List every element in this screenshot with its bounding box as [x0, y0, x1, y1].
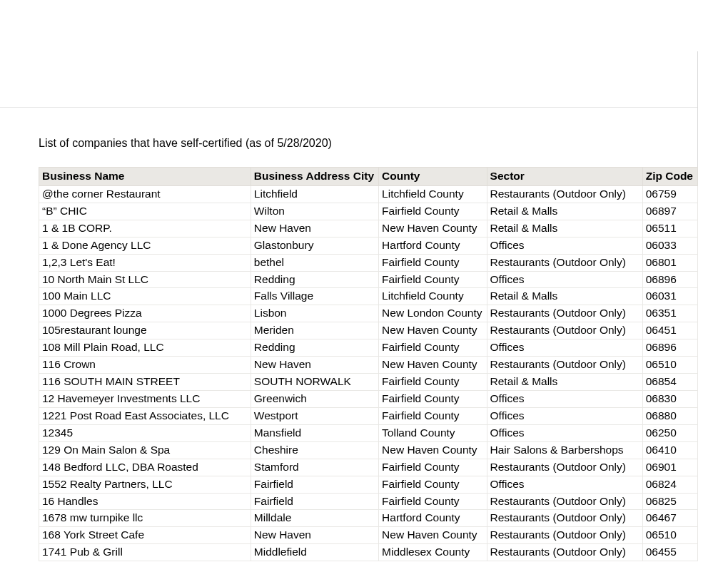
cell-city: Fairfield — [251, 493, 378, 510]
table-row: 108 Mill Plain Road, LLCReddingFairfield… — [39, 339, 698, 357]
cell-sector: Offices — [487, 390, 642, 407]
cell-name: 105restaurant lounge — [39, 322, 251, 339]
cell-county: Litchfield County — [379, 185, 487, 203]
cell-county: New Haven County — [379, 322, 487, 339]
cell-city: New Haven — [251, 357, 378, 374]
cell-sector: Hair Salons & Barbershops — [487, 441, 642, 459]
cell-city: Fairfield — [251, 476, 378, 493]
cell-county: New Haven County — [379, 527, 487, 544]
cell-zip: 06033 — [642, 237, 697, 254]
cell-county: Fairfield County — [379, 374, 487, 391]
cell-sector: Retail & Malls — [487, 374, 642, 391]
cell-city: Greenwich — [251, 390, 378, 407]
cell-county: Fairfield County — [379, 459, 487, 476]
table-row: 10 North Main St LLCReddingFairfield Cou… — [39, 271, 698, 288]
cell-name: 1552 Realty Partners, LLC — [39, 476, 251, 493]
table-row: 1 & Done Agency LLCGlastonburyHartford C… — [39, 237, 698, 254]
content-area: List of companies that have self-certifi… — [39, 137, 698, 561]
cell-city: Meriden — [251, 322, 378, 339]
table-row: 12345MansfieldTolland CountyOffices06250 — [39, 424, 698, 441]
table-row: 1 & 1B CORP.New HavenNew Haven CountyRet… — [39, 220, 698, 237]
col-header-county: County — [379, 168, 487, 186]
cell-sector: Restaurants (Outdoor Only) — [487, 459, 642, 476]
col-header-city: Business Address City — [251, 168, 378, 186]
cell-name: 1000 Degrees Pizza — [39, 305, 251, 322]
cell-name: 100 Main LLC — [39, 288, 251, 305]
cell-sector: Restaurants (Outdoor Only) — [487, 185, 642, 203]
cell-sector: Offices — [487, 424, 642, 441]
cell-name: 12 Havemeyer Investments LLC — [39, 390, 251, 407]
cell-zip: 06250 — [642, 424, 697, 441]
cell-city: Glastonbury — [251, 237, 378, 254]
cell-zip: 06031 — [642, 288, 697, 305]
cell-city: Milldale — [251, 510, 378, 527]
cell-name: 1221 Post Road East Associates, LLC — [39, 407, 251, 424]
cell-sector: Offices — [487, 237, 642, 254]
cell-zip: 06455 — [642, 544, 697, 561]
cell-zip: 06897 — [642, 203, 697, 220]
cell-sector: Offices — [487, 407, 642, 424]
top-divider — [0, 107, 698, 108]
cell-county: Fairfield County — [379, 203, 487, 220]
cell-city: Redding — [251, 271, 378, 288]
cell-sector: Retail & Malls — [487, 288, 642, 305]
cell-name: 129 On Main Salon & Spa — [39, 441, 251, 459]
table-row: 1678 mw turnpike llcMilldaleHartford Cou… — [39, 510, 698, 527]
cell-zip: 06510 — [642, 527, 697, 544]
cell-county: Fairfield County — [379, 271, 487, 288]
cell-county: Fairfield County — [379, 407, 487, 424]
cell-city: New Haven — [251, 527, 378, 544]
companies-table: Business Name Business Address City Coun… — [39, 167, 698, 561]
cell-zip: 06880 — [642, 407, 697, 424]
cell-county: Fairfield County — [379, 339, 487, 357]
table-row: 148 Bedford LLC, DBA RoastedStamfordFair… — [39, 459, 698, 476]
cell-sector: Retail & Malls — [487, 220, 642, 237]
table-row: 116 CrownNew HavenNew Haven CountyRestau… — [39, 357, 698, 374]
cell-name: 16 Handles — [39, 493, 251, 510]
cell-city: bethel — [251, 254, 378, 271]
table-row: 12 Havemeyer Investments LLCGreenwichFai… — [39, 390, 698, 407]
cell-name: 148 Bedford LLC, DBA Roasted — [39, 459, 251, 476]
table-row: “B” CHICWiltonFairfield CountyRetail & M… — [39, 203, 698, 220]
cell-name: 1741 Pub & Grill — [39, 544, 251, 561]
col-header-sector: Sector — [487, 168, 642, 186]
cell-sector: Offices — [487, 339, 642, 357]
cell-name: 116 Crown — [39, 357, 251, 374]
cell-county: New Haven County — [379, 357, 487, 374]
page-title: List of companies that have self-certifi… — [39, 137, 698, 150]
cell-county: Hartford County — [379, 237, 487, 254]
table-row: 100 Main LLCFalls VillageLitchfield Coun… — [39, 288, 698, 305]
cell-zip: 06451 — [642, 322, 697, 339]
cell-sector: Restaurants (Outdoor Only) — [487, 510, 642, 527]
cell-sector: Restaurants (Outdoor Only) — [487, 527, 642, 544]
table-row: 1741 Pub & GrillMiddlefieldMiddlesex Cou… — [39, 544, 698, 561]
cell-name: 116 SOUTH MAIN STREET — [39, 374, 251, 391]
cell-zip: 06801 — [642, 254, 697, 271]
table-row: 1000 Degrees PizzaLisbonNew London Count… — [39, 305, 698, 322]
document-page: List of companies that have self-certifi… — [0, 0, 728, 562]
cell-name: 1 & Done Agency LLC — [39, 237, 251, 254]
cell-county: Fairfield County — [379, 254, 487, 271]
cell-zip: 06759 — [642, 185, 697, 203]
cell-city: Westport — [251, 407, 378, 424]
cell-city: Lisbon — [251, 305, 378, 322]
cell-zip: 06351 — [642, 305, 697, 322]
cell-sector: Restaurants (Outdoor Only) — [487, 254, 642, 271]
cell-name: 1678 mw turnpike llc — [39, 510, 251, 527]
table-row: 116 SOUTH MAIN STREETSOUTH NORWALKFairfi… — [39, 374, 698, 391]
table-row: 168 York Street CafeNew HavenNew Haven C… — [39, 527, 698, 544]
cell-county: Litchfield County — [379, 288, 487, 305]
cell-city: SOUTH NORWALK — [251, 374, 378, 391]
cell-county: New Haven County — [379, 441, 487, 459]
cell-zip: 06896 — [642, 271, 697, 288]
cell-sector: Retail & Malls — [487, 203, 642, 220]
cell-name: “B” CHIC — [39, 203, 251, 220]
table-row: 129 On Main Salon & SpaCheshireNew Haven… — [39, 441, 698, 459]
cell-city: Stamford — [251, 459, 378, 476]
cell-county: Fairfield County — [379, 493, 487, 510]
table-row: 16 HandlesFairfieldFairfield CountyResta… — [39, 493, 698, 510]
cell-sector: Offices — [487, 476, 642, 493]
table-body: @the corner RestaurantLitchfieldLitchfie… — [39, 185, 698, 561]
cell-city: Mansfield — [251, 424, 378, 441]
col-header-zip: Zip Code — [642, 168, 697, 186]
